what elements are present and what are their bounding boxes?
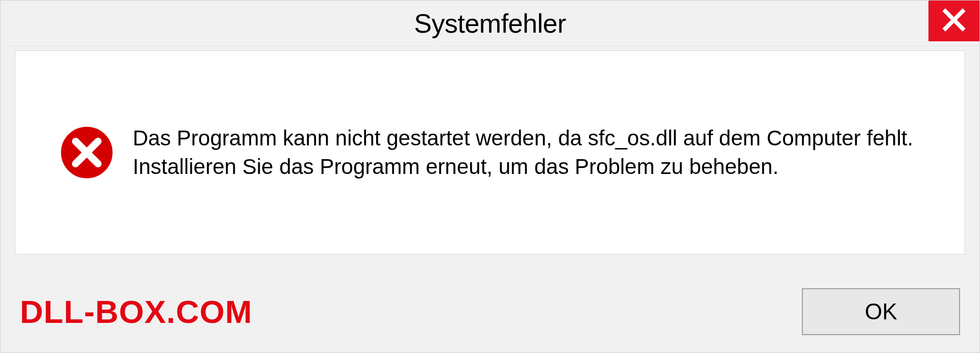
content-area: Das Programm kann nicht gestartet werden… xyxy=(15,51,965,255)
error-icon xyxy=(59,124,115,181)
error-dialog: Systemfehler Das Programm kann nicht ges… xyxy=(0,0,980,353)
ok-button[interactable]: OK xyxy=(802,288,960,335)
watermark-text: DLL-BOX.COM xyxy=(20,293,252,330)
dialog-title: Systemfehler xyxy=(414,8,566,39)
close-icon xyxy=(942,8,966,34)
dialog-footer: DLL-BOX.COM OK xyxy=(1,271,979,352)
close-button[interactable] xyxy=(928,1,979,41)
error-message: Das Programm kann nicht gestartet werden… xyxy=(133,124,944,181)
titlebar: Systemfehler xyxy=(1,1,979,46)
